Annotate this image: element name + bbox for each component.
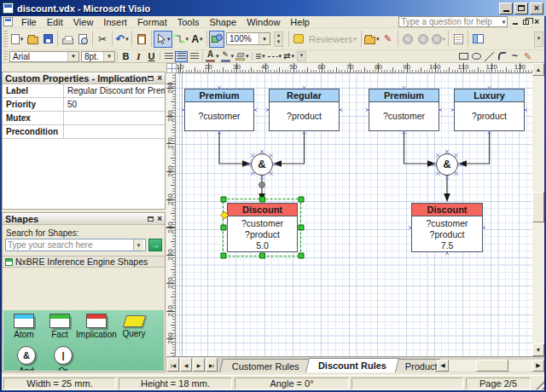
save-button[interactable] <box>40 31 55 48</box>
next-markup-button[interactable] <box>415 31 431 48</box>
connector-tool-button[interactable]: ▾ <box>172 31 190 48</box>
shapesheet-button[interactable] <box>291 31 306 48</box>
resize-grip[interactable] <box>534 379 544 389</box>
search-go-button[interactable]: → <box>148 239 162 251</box>
float-panel-button[interactable] <box>148 216 154 222</box>
menu-tools[interactable]: Tools <box>172 16 205 28</box>
line-ends-button[interactable]: ⇄▾ <box>282 51 295 62</box>
font-color-button[interactable]: A▾ <box>205 51 220 62</box>
toolbar-options-button[interactable]: ▼ <box>297 51 306 61</box>
reviewers-button[interactable]: Reviewers ▾ <box>306 31 359 48</box>
close-panel-button[interactable]: × <box>157 74 162 83</box>
toolbar-grip[interactable] <box>3 51 8 61</box>
minimize-button[interactable] <box>499 3 513 14</box>
horizontal-scroll-thumb[interactable] <box>476 360 508 372</box>
scroll-left-button[interactable]: ◀ <box>437 360 449 372</box>
tab-product[interactable]: Product <box>392 359 440 372</box>
shape-search-input[interactable]: Type your search here ▾ <box>5 239 146 251</box>
shape-atom-luxury[interactable]: Luxury ?product <box>454 89 525 131</box>
shape-atom-premium-1[interactable]: Premium ?customer <box>184 89 254 131</box>
property-value[interactable]: Regular Discount for Premiums <box>64 86 165 95</box>
vertical-scroll-thumb[interactable] <box>532 192 544 222</box>
menu-file[interactable]: File <box>16 16 42 28</box>
line-color-button[interactable]: ✎▾ <box>220 51 235 62</box>
horizontal-scrollbar[interactable]: ◀ ▶ <box>437 360 544 372</box>
zoom-combo[interactable]: 100% ▾ <box>226 32 270 45</box>
font-size-combo[interactable]: 8pt. ▾ <box>81 51 115 62</box>
shape-atom-premium-2[interactable]: Premium ?customer <box>369 89 439 131</box>
menu-insert[interactable]: Insert <box>98 16 132 28</box>
close-button[interactable]: × <box>530 3 543 14</box>
scroll-up-button[interactable]: ▲ <box>532 63 544 76</box>
question-box[interactable]: Type a question for help ▾ <box>398 16 508 27</box>
arc-tool-button[interactable] <box>496 51 508 62</box>
toolbar-options-button[interactable]: ▼ <box>534 32 543 47</box>
stencil-shape-query[interactable]: Query <box>113 314 154 338</box>
stencil-shape-fact[interactable]: Fact <box>39 314 80 339</box>
chevron-down-icon[interactable]: ▾ <box>133 239 143 251</box>
align-right-button[interactable] <box>188 51 200 62</box>
toolbar-options-button[interactable]: ▲▼ <box>274 32 283 47</box>
line-tool-button[interactable] <box>483 51 496 62</box>
task-pane-button[interactable] <box>470 31 485 48</box>
align-left-button[interactable] <box>162 51 175 62</box>
open-button[interactable] <box>25 31 40 48</box>
print-button[interactable] <box>60 31 75 48</box>
last-page-button[interactable]: ▶| <box>206 358 218 372</box>
line-pattern-button[interactable]: ▾ <box>267 51 283 62</box>
mdi-minimize-button[interactable] <box>513 23 518 25</box>
stencil-shape-atom[interactable]: Atom <box>3 314 44 339</box>
bold-button[interactable]: B <box>119 51 132 62</box>
mdi-restore-button[interactable] <box>523 20 529 25</box>
print-preview-button[interactable] <box>75 31 90 48</box>
property-value[interactable]: 50 <box>64 100 165 109</box>
cut-button[interactable]: ✂ <box>95 31 110 48</box>
vertical-scrollbar[interactable]: ▲ ▼ <box>532 63 544 356</box>
stencil-shape-or[interactable]: |Or <box>43 346 84 371</box>
ellipse-tool-button[interactable] <box>470 51 483 62</box>
align-center-button[interactable] <box>175 51 188 62</box>
next-page-button[interactable]: ▶ <box>193 358 205 372</box>
menu-edit[interactable]: Edit <box>42 16 68 28</box>
rectangle-tool-button[interactable] <box>457 51 470 62</box>
fill-color-button[interactable]: ▾ <box>235 51 250 62</box>
line-weight-button[interactable]: ≡▾ <box>254 51 267 62</box>
menu-window[interactable]: Window <box>241 16 285 28</box>
pointer-tool-button[interactable]: ▾ <box>154 31 172 48</box>
track-markup-button[interactable] <box>450 31 466 48</box>
undo-button[interactable]: ↶▾ <box>114 31 130 48</box>
first-page-button[interactable]: |◀ <box>167 358 179 372</box>
open-stencil-button[interactable]: ▾ <box>363 31 380 48</box>
shape-and-operator-2[interactable]: & <box>436 153 458 176</box>
scroll-right-button[interactable]: ▶ <box>532 360 544 372</box>
shape-and-operator-1[interactable]: & <box>251 153 273 176</box>
stencil-shape-and[interactable]: &And <box>6 346 47 371</box>
shape-discount-2[interactable]: Discount ?customer ?product 7.5 <box>411 203 483 252</box>
mdi-close-button[interactable]: × <box>534 17 539 26</box>
float-panel-button[interactable] <box>148 76 154 81</box>
pencil-tool-button[interactable]: ✎ <box>521 51 534 62</box>
menu-format[interactable]: Format <box>132 16 172 28</box>
previous-markup-button[interactable] <box>400 31 415 48</box>
shape-discount-1-selected[interactable]: Discount ?customer ?product 5.0 <box>227 203 298 252</box>
menu-help[interactable]: Help <box>285 16 315 28</box>
stencil-header[interactable]: NxBRE Inference Engine Shapes <box>3 256 165 268</box>
toolbar-grip[interactable] <box>3 31 8 48</box>
menu-view[interactable]: View <box>68 16 99 28</box>
ink-tool-button[interactable]: ✎ <box>380 31 396 48</box>
font-name-combo[interactable]: Arial ▾ <box>9 51 79 62</box>
close-panel-button[interactable]: × <box>157 215 162 223</box>
italic-button[interactable]: I <box>132 51 145 62</box>
stencil-shape-implication[interactable]: Implication <box>76 314 117 339</box>
text-tool-button[interactable]: A▾ <box>189 31 205 48</box>
freeform-tool-button[interactable]: ~ <box>508 51 521 62</box>
tab-discount-rules[interactable]: Discount Rules <box>305 358 399 372</box>
drawing-tools-button[interactable] <box>209 31 224 48</box>
new-document-button[interactable]: ▾ <box>9 31 25 48</box>
previous-page-button[interactable]: ◀ <box>180 358 192 372</box>
underline-button[interactable]: U <box>145 51 158 62</box>
maximize-button[interactable] <box>514 3 528 14</box>
scroll-down-button[interactable]: ▼ <box>532 343 544 356</box>
shape-atom-regular[interactable]: Regular ?product <box>269 89 340 131</box>
paste-button[interactable] <box>134 31 149 48</box>
